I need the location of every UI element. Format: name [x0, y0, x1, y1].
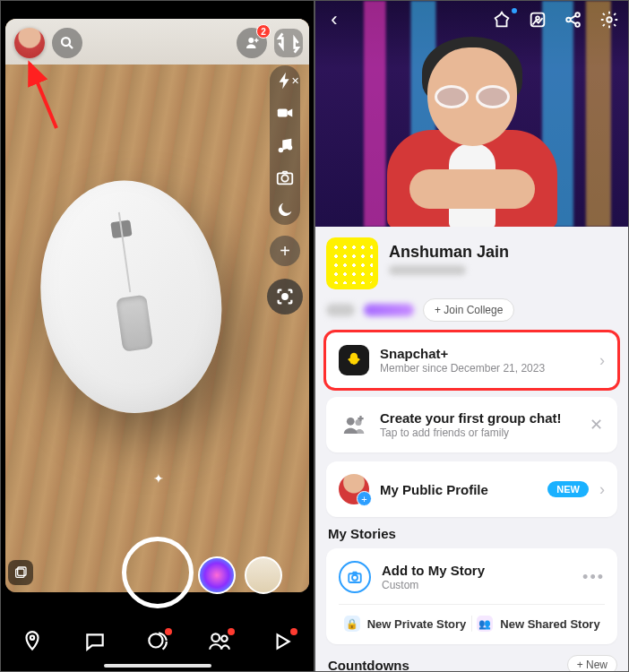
memories-button[interactable]	[8, 560, 33, 585]
lock-icon: 🔒	[344, 616, 360, 632]
svg-line-1	[69, 45, 73, 48]
profile-header: ‹	[315, 1, 628, 227]
dismiss-group-card[interactable]: ✕	[588, 415, 605, 435]
camera-screen: ✦ 2 ✕ +	[0, 0, 314, 672]
people-icon: 👥	[477, 616, 493, 632]
profile-avatar-button[interactable]	[14, 28, 45, 58]
group-subtitle: Tap to add friends or family	[380, 426, 577, 439]
svg-point-13	[150, 633, 163, 647]
public-profile-avatar-icon	[339, 474, 369, 504]
svg-point-17	[536, 16, 539, 20]
add-story-icon[interactable]	[339, 561, 371, 593]
home-indicator	[104, 664, 211, 668]
svg-point-8	[281, 175, 288, 181]
group-icon	[339, 409, 369, 440]
svg-point-9	[282, 294, 288, 299]
create-group-card[interactable]: Create your first group chat! Tap to add…	[326, 397, 617, 452]
svg-point-22	[347, 418, 355, 426]
zodiac-blurred	[364, 304, 414, 316]
score-blurred	[326, 304, 355, 316]
display-name: Anshuman Jain	[389, 243, 617, 262]
snapcode[interactable]	[326, 237, 378, 289]
svg-point-21	[607, 17, 612, 22]
settings-gear-icon[interactable]	[599, 10, 619, 30]
public-profile-card[interactable]: My Public Profile NEW ›	[326, 461, 617, 517]
scan-button[interactable]	[267, 279, 303, 314]
story-more-button[interactable]: •••	[582, 568, 605, 587]
flash-icon[interactable]: ✕	[275, 71, 295, 90]
camera-viewport[interactable]: ✦	[5, 19, 309, 592]
join-college-chip[interactable]: + Join College	[423, 298, 514, 322]
private-story-label: New Private Story	[367, 617, 467, 631]
outfit-icon[interactable]	[492, 10, 512, 30]
svg-point-3	[248, 38, 254, 43]
nav-camera[interactable]	[145, 630, 168, 653]
group-title: Create your first group chat!	[380, 410, 577, 426]
svg-point-6	[288, 145, 293, 151]
nav-map[interactable]	[21, 630, 44, 653]
snap-plus-subtitle: Member since December 21, 2023	[380, 362, 589, 375]
snap-plus-title: Snapchat+	[380, 346, 589, 361]
svg-point-15	[221, 636, 228, 642]
sparkle-icon: ✦	[153, 471, 164, 486]
night-mode-icon[interactable]	[275, 200, 295, 220]
svg-rect-4	[278, 108, 288, 116]
chevron-right-icon: ›	[599, 351, 605, 370]
my-stories-header: My Stories	[328, 526, 616, 541]
public-profile-title: My Public Profile	[380, 482, 537, 497]
camera-mode-icon[interactable]	[275, 168, 295, 187]
search-button[interactable]	[52, 28, 82, 58]
profile-content: Anshuman Jain + Join College Snapchat+ M…	[315, 227, 628, 672]
svg-point-25	[352, 575, 358, 581]
video-icon[interactable]	[275, 103, 295, 123]
more-tools-button[interactable]: +	[270, 236, 300, 266]
add-story-subtitle: Custom	[382, 579, 572, 591]
stories-card: Add to My Story Custom ••• 🔒 New Private…	[326, 548, 617, 644]
back-button[interactable]: ‹	[324, 10, 344, 30]
profile-screen: ‹ Anshuman Jain + Join College	[314, 0, 629, 672]
flip-camera-button[interactable]	[274, 29, 303, 57]
new-badge: NEW	[547, 481, 589, 497]
add-story-title[interactable]: Add to My Story	[382, 563, 572, 578]
lens-option-1[interactable]	[198, 556, 236, 594]
lens-option-2[interactable]	[245, 556, 282, 594]
new-countdown-button[interactable]: + New	[567, 655, 617, 672]
countdowns-header: Countdowns	[328, 658, 409, 673]
svg-point-12	[30, 636, 34, 640]
music-icon[interactable]	[275, 135, 295, 155]
svg-point-5	[279, 148, 284, 153]
snapchat-plus-icon	[339, 345, 369, 375]
nav-spotlight[interactable]	[271, 630, 294, 653]
username-blurred	[389, 265, 466, 275]
shared-story-label: New Shared Story	[500, 617, 599, 631]
bitmoji-avatar[interactable]	[392, 31, 553, 227]
lens-carousel[interactable]	[198, 556, 282, 594]
share-snapcode-icon[interactable]	[528, 10, 547, 30]
add-friends-badge: 2	[256, 24, 271, 39]
snapchat-plus-card[interactable]: Snapchat+ Member since December 21, 2023…	[326, 332, 617, 388]
new-shared-story-button[interactable]: 👥 New Shared Story	[472, 616, 605, 632]
share-icon[interactable]	[564, 10, 583, 30]
nav-stories[interactable]	[208, 630, 231, 653]
shutter-button[interactable]	[122, 537, 194, 608]
nav-chat[interactable]	[83, 630, 107, 653]
camera-toolbar: ✕	[270, 65, 300, 225]
svg-point-14	[212, 633, 220, 642]
chevron-right-icon: ›	[599, 480, 605, 499]
svg-point-0	[62, 38, 70, 46]
new-private-story-button[interactable]: 🔒 New Private Story	[339, 616, 472, 632]
